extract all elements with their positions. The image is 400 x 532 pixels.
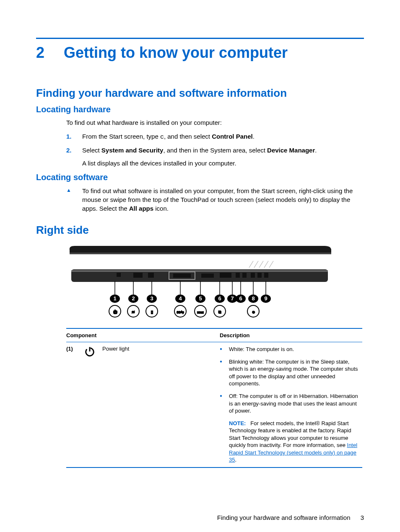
note-label: NOTE: bbox=[229, 420, 246, 426]
svg-text:8: 8 bbox=[252, 295, 255, 302]
svg-rect-9 bbox=[236, 273, 240, 278]
row-number: (1) bbox=[66, 342, 84, 467]
svg-text:6: 6 bbox=[239, 295, 242, 302]
svg-rect-13 bbox=[264, 273, 268, 278]
svg-line-15 bbox=[254, 261, 258, 268]
step-number: 2. bbox=[66, 146, 72, 155]
chapter-title: Getting to know your computer bbox=[64, 44, 288, 61]
row-name: Power light bbox=[102, 342, 220, 467]
svg-text:4: 4 bbox=[179, 295, 182, 302]
note-block: NOTE: For select models, the Intel® Rapi… bbox=[229, 420, 358, 464]
desc-bullet: Blinking white: The computer is in the S… bbox=[220, 358, 358, 387]
section-right-side: Right side bbox=[36, 224, 364, 237]
svg-text:9: 9 bbox=[264, 295, 267, 302]
page-footer: Finding your hardware and software infor… bbox=[36, 514, 364, 521]
sw-list: To find out what software is installed o… bbox=[66, 186, 364, 213]
component-table: Component Description (1) Power light Wh… bbox=[66, 328, 362, 468]
svg-rect-3 bbox=[133, 273, 143, 278]
row-description: White: The computer is on. Blinking whit… bbox=[220, 342, 362, 467]
th-description: Description bbox=[220, 328, 362, 342]
hw-intro: To find out what hardware is installed o… bbox=[66, 119, 364, 127]
svg-line-16 bbox=[259, 261, 263, 268]
svg-line-17 bbox=[264, 261, 268, 268]
page-number: 3 bbox=[361, 514, 364, 521]
step-number: 1. bbox=[66, 132, 72, 141]
svg-text:1: 1 bbox=[113, 295, 116, 302]
top-rule bbox=[36, 38, 364, 39]
row-icon-cell bbox=[84, 342, 102, 467]
svg-rect-2 bbox=[117, 273, 121, 277]
svg-text:3: 3 bbox=[150, 295, 153, 302]
note-text: For select models, the Intel® Rapid Star… bbox=[229, 420, 351, 449]
svg-text:≋: ≋ bbox=[132, 310, 135, 314]
sw-item: To find out what software is installed o… bbox=[66, 186, 364, 213]
subsection-locating-hardware: Locating hardware bbox=[36, 105, 364, 114]
svg-line-14 bbox=[249, 261, 253, 268]
svg-rect-10 bbox=[242, 273, 247, 278]
svg-text:ss⇋: ss⇋ bbox=[177, 310, 184, 314]
svg-text:▯: ▯ bbox=[151, 310, 153, 314]
right-side-diagram: 1234567689 ⏻≋▯ss⇋HDMI⧉⎋ bbox=[66, 244, 335, 328]
chapter-heading: 2Getting to know your computer bbox=[36, 44, 364, 62]
svg-text:6: 6 bbox=[218, 295, 221, 302]
hw-step-1: 1. From the Start screen, type c, and th… bbox=[66, 132, 364, 142]
svg-rect-6 bbox=[173, 274, 191, 278]
step-text: Select System and Security, and then in … bbox=[82, 147, 317, 154]
section-finding-info: Finding your hardware and software infor… bbox=[36, 87, 364, 100]
subsection-locating-software: Locating software bbox=[36, 173, 364, 182]
hw-step-2: 2. Select System and Security, and then … bbox=[66, 146, 364, 155]
svg-rect-4 bbox=[148, 273, 154, 278]
step-text: From the Start screen, type c, and then … bbox=[82, 133, 255, 140]
svg-text:⏻: ⏻ bbox=[113, 310, 117, 314]
svg-line-18 bbox=[269, 261, 273, 268]
desc-bullet: White: The computer is on. bbox=[220, 346, 358, 353]
laptop-side-illustration: 1234567689 ⏻≋▯ss⇋HDMI⧉⎋ bbox=[66, 244, 335, 328]
svg-text:HDMI: HDMI bbox=[197, 311, 204, 314]
desc-bullet: Off: The computer is off or in Hibernati… bbox=[220, 393, 358, 415]
svg-rect-12 bbox=[257, 273, 262, 278]
table-row: (1) Power light White: The computer is o… bbox=[66, 342, 362, 467]
svg-text:2: 2 bbox=[132, 295, 135, 302]
footer-text: Finding your hardware and software infor… bbox=[217, 514, 351, 521]
th-component: Component bbox=[66, 328, 220, 342]
svg-text:7: 7 bbox=[231, 295, 234, 302]
hw-after: A list displays all the devices installe… bbox=[82, 159, 364, 168]
power-icon bbox=[84, 346, 96, 357]
hw-steps: 1. From the Start screen, type c, and th… bbox=[66, 132, 364, 155]
chapter-number: 2 bbox=[36, 44, 64, 62]
svg-text:⧉: ⧉ bbox=[218, 310, 221, 314]
svg-rect-7 bbox=[201, 274, 214, 278]
svg-text:5: 5 bbox=[199, 295, 202, 302]
svg-rect-8 bbox=[220, 273, 231, 278]
svg-rect-1 bbox=[71, 270, 328, 272]
svg-rect-11 bbox=[251, 273, 255, 278]
svg-text:⎋: ⎋ bbox=[252, 310, 255, 314]
